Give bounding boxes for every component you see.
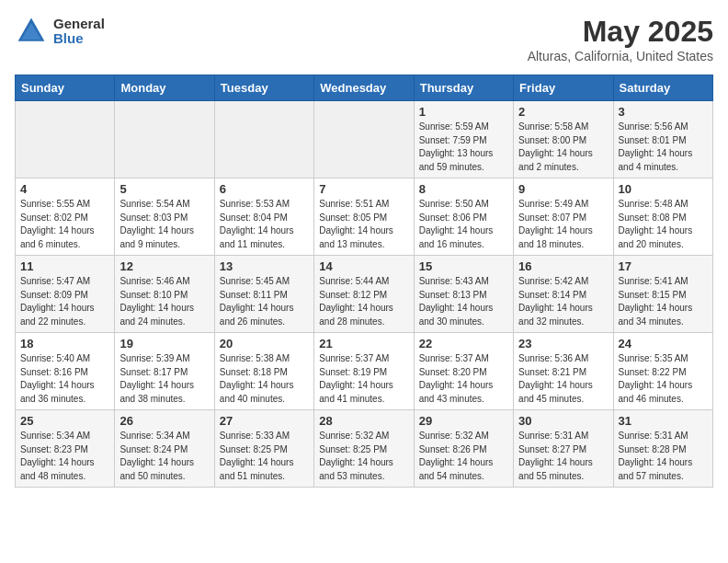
calendar-cell: 24Sunrise: 5:35 AMSunset: 8:22 PMDayligh… [613,333,712,410]
calendar-cell: 7Sunrise: 5:51 AMSunset: 8:05 PMDaylight… [314,178,414,256]
day-number: 18 [20,337,109,350]
day-number: 21 [319,337,408,350]
calendar-cell [314,101,414,178]
day-number: 20 [220,337,309,350]
day-number: 30 [518,414,608,428]
calendar-cell: 18Sunrise: 5:40 AMSunset: 8:16 PMDayligh… [16,333,115,410]
day-number: 3 [619,105,708,119]
day-info: Sunrise: 5:50 AMSunset: 8:06 PMDaylight:… [419,198,508,251]
day-info: Sunrise: 5:43 AMSunset: 8:13 PMDaylight:… [419,275,508,328]
day-number: 19 [119,337,209,350]
day-info: Sunrise: 5:44 AMSunset: 8:12 PMDaylight:… [319,275,408,328]
day-info: Sunrise: 5:34 AMSunset: 8:24 PMDaylight:… [119,430,209,483]
day-number: 1 [419,105,508,119]
day-info: Sunrise: 5:47 AMSunset: 8:09 PMDaylight:… [20,275,109,328]
day-number: 2 [518,105,608,119]
calendar-cell: 22Sunrise: 5:37 AMSunset: 8:20 PMDayligh… [414,333,513,410]
day-info: Sunrise: 5:49 AMSunset: 8:07 PMDaylight:… [518,198,608,251]
calendar-cell [115,101,214,178]
header-sunday: Sunday [16,75,115,101]
logo: General Blue [15,15,105,48]
calendar-cell: 20Sunrise: 5:38 AMSunset: 8:18 PMDayligh… [214,333,313,410]
day-info: Sunrise: 5:41 AMSunset: 8:15 PMDaylight:… [619,275,708,328]
calendar-cell: 4Sunrise: 5:55 AMSunset: 8:02 PMDaylight… [16,178,115,256]
day-info: Sunrise: 5:33 AMSunset: 8:25 PMDaylight:… [220,430,309,483]
day-info: Sunrise: 5:34 AMSunset: 8:23 PMDaylight:… [20,430,109,483]
calendar-cell: 19Sunrise: 5:39 AMSunset: 8:17 PMDayligh… [115,333,214,410]
calendar-cell: 25Sunrise: 5:34 AMSunset: 8:23 PMDayligh… [16,410,115,488]
calendar-cell: 14Sunrise: 5:44 AMSunset: 8:12 PMDayligh… [314,256,414,333]
day-info: Sunrise: 5:55 AMSunset: 8:02 PMDaylight:… [20,198,109,251]
day-info: Sunrise: 5:42 AMSunset: 8:14 PMDaylight:… [518,275,608,328]
header-thursday: Thursday [414,75,513,101]
calendar-week-row: 1Sunrise: 5:59 AMSunset: 7:59 PMDaylight… [16,101,713,178]
calendar-cell: 21Sunrise: 5:37 AMSunset: 8:19 PMDayligh… [314,333,414,410]
day-info: Sunrise: 5:46 AMSunset: 8:10 PMDaylight:… [119,275,209,328]
day-number: 17 [619,259,708,273]
day-number: 29 [419,414,508,428]
day-number: 14 [319,259,408,273]
header-friday: Friday [514,75,613,101]
calendar-table: SundayMondayTuesdayWednesdayThursdayFrid… [15,75,713,488]
calendar-week-row: 25Sunrise: 5:34 AMSunset: 8:23 PMDayligh… [16,410,713,488]
day-info: Sunrise: 5:58 AMSunset: 8:00 PMDaylight:… [518,121,608,174]
day-info: Sunrise: 5:36 AMSunset: 8:21 PMDaylight:… [518,352,608,406]
header-wednesday: Wednesday [314,75,414,101]
day-number: 31 [619,414,708,428]
day-number: 24 [619,337,708,350]
calendar-cell: 8Sunrise: 5:50 AMSunset: 8:06 PMDaylight… [414,178,513,256]
day-number: 23 [518,337,608,350]
calendar-cell: 5Sunrise: 5:54 AMSunset: 8:03 PMDaylight… [115,178,214,256]
logo-text: General Blue [53,17,105,47]
calendar-cell: 11Sunrise: 5:47 AMSunset: 8:09 PMDayligh… [16,256,115,333]
day-number: 8 [419,182,508,196]
day-number: 16 [518,259,608,273]
calendar-cell: 16Sunrise: 5:42 AMSunset: 8:14 PMDayligh… [514,256,613,333]
calendar-week-row: 11Sunrise: 5:47 AMSunset: 8:09 PMDayligh… [16,256,713,333]
calendar-cell: 13Sunrise: 5:45 AMSunset: 8:11 PMDayligh… [214,256,313,333]
day-info: Sunrise: 5:31 AMSunset: 8:28 PMDaylight:… [619,430,708,483]
logo-general-text: General [53,17,105,32]
calendar-week-row: 4Sunrise: 5:55 AMSunset: 8:02 PMDaylight… [16,178,713,256]
day-number: 26 [119,414,209,428]
day-info: Sunrise: 5:31 AMSunset: 8:27 PMDaylight:… [518,430,608,483]
day-number: 4 [20,182,109,196]
day-number: 5 [119,182,209,196]
day-number: 10 [619,182,708,196]
calendar-cell: 15Sunrise: 5:43 AMSunset: 8:13 PMDayligh… [414,256,513,333]
location-text: Alturas, California, United States [528,49,713,63]
month-title: May 2025 [528,15,713,49]
day-info: Sunrise: 5:32 AMSunset: 8:26 PMDaylight:… [419,430,508,483]
calendar-cell: 31Sunrise: 5:31 AMSunset: 8:28 PMDayligh… [613,410,712,488]
day-number: 25 [20,414,109,428]
day-info: Sunrise: 5:56 AMSunset: 8:01 PMDaylight:… [619,121,708,174]
day-info: Sunrise: 5:59 AMSunset: 7:59 PMDaylight:… [419,121,508,174]
day-info: Sunrise: 5:39 AMSunset: 8:17 PMDaylight:… [119,352,209,406]
day-info: Sunrise: 5:40 AMSunset: 8:16 PMDaylight:… [20,352,109,406]
calendar-cell [16,101,115,178]
calendar-cell: 10Sunrise: 5:48 AMSunset: 8:08 PMDayligh… [613,178,712,256]
calendar-week-row: 18Sunrise: 5:40 AMSunset: 8:16 PMDayligh… [16,333,713,410]
calendar-cell: 29Sunrise: 5:32 AMSunset: 8:26 PMDayligh… [414,410,513,488]
day-info: Sunrise: 5:37 AMSunset: 8:19 PMDaylight:… [319,352,408,406]
day-info: Sunrise: 5:45 AMSunset: 8:11 PMDaylight:… [220,275,309,328]
header-saturday: Saturday [613,75,712,101]
day-info: Sunrise: 5:37 AMSunset: 8:20 PMDaylight:… [419,352,508,406]
day-info: Sunrise: 5:54 AMSunset: 8:03 PMDaylight:… [119,198,209,251]
calendar-cell: 6Sunrise: 5:53 AMSunset: 8:04 PMDaylight… [214,178,313,256]
calendar-cell: 3Sunrise: 5:56 AMSunset: 8:01 PMDaylight… [613,101,712,178]
calendar-cell: 27Sunrise: 5:33 AMSunset: 8:25 PMDayligh… [214,410,313,488]
calendar-cell: 17Sunrise: 5:41 AMSunset: 8:15 PMDayligh… [613,256,712,333]
calendar-cell [214,101,313,178]
calendar-header-row: SundayMondayTuesdayWednesdayThursdayFrid… [16,75,713,101]
logo-blue-text: Blue [53,31,105,47]
calendar-cell: 1Sunrise: 5:59 AMSunset: 7:59 PMDaylight… [414,101,513,178]
day-info: Sunrise: 5:38 AMSunset: 8:18 PMDaylight:… [220,352,309,406]
header-tuesday: Tuesday [214,75,313,101]
calendar-cell: 12Sunrise: 5:46 AMSunset: 8:10 PMDayligh… [115,256,214,333]
day-number: 11 [20,259,109,273]
day-number: 12 [119,259,209,273]
day-info: Sunrise: 5:32 AMSunset: 8:25 PMDaylight:… [319,430,408,483]
day-number: 7 [319,182,408,196]
calendar-cell: 28Sunrise: 5:32 AMSunset: 8:25 PMDayligh… [314,410,414,488]
